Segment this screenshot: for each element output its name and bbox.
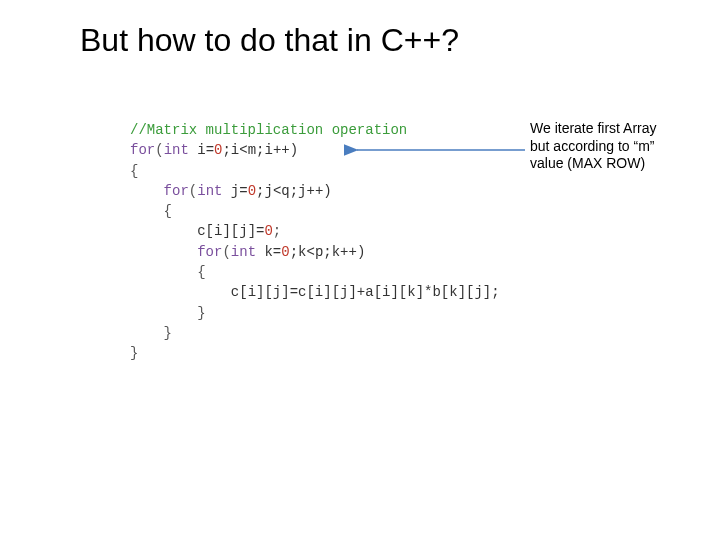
- annotation-line-1: We iterate first Array: [530, 120, 710, 138]
- kw-for-2: for: [164, 183, 189, 199]
- slide-title: But how to do that in C++?: [80, 22, 459, 59]
- kw-for-1: for: [130, 142, 155, 158]
- brace-close-1: }: [130, 345, 138, 361]
- loop2-b: ;j<q;j++): [256, 183, 332, 199]
- brace-open-1: {: [130, 163, 138, 179]
- brace-open-3: {: [197, 264, 205, 280]
- loop1-a: i=: [189, 142, 214, 158]
- brace-close-2: }: [164, 325, 172, 341]
- annotation-line-2: but according to “m”: [530, 138, 710, 156]
- arrow-icon: [345, 143, 525, 157]
- kw-int-1: int: [164, 142, 189, 158]
- kw-for-3: for: [197, 244, 222, 260]
- code-comment: //Matrix multiplication operation: [130, 122, 407, 138]
- annotation-text: We iterate first Array but according to …: [530, 120, 710, 173]
- num0-2: 0: [248, 183, 256, 199]
- loop3-a: k=: [256, 244, 281, 260]
- loop2-a: j=: [222, 183, 247, 199]
- annotation-line-3: value (MAX ROW): [530, 155, 710, 173]
- num0-4: 0: [281, 244, 289, 260]
- brace-open-2: {: [164, 203, 172, 219]
- semi-1: ;: [273, 223, 281, 239]
- kw-int-2: int: [197, 183, 222, 199]
- brace-close-3: }: [197, 305, 205, 321]
- kw-int-3: int: [231, 244, 256, 260]
- num0-3: 0: [264, 223, 272, 239]
- stmt-init: c[i][j]=: [197, 223, 264, 239]
- loop1-b: ;i<m;i++): [222, 142, 298, 158]
- stmt-main: c[i][j]=c[i][j]+a[i][k]*b[k][j];: [231, 284, 500, 300]
- loop3-b: ;k<p;k++): [290, 244, 366, 260]
